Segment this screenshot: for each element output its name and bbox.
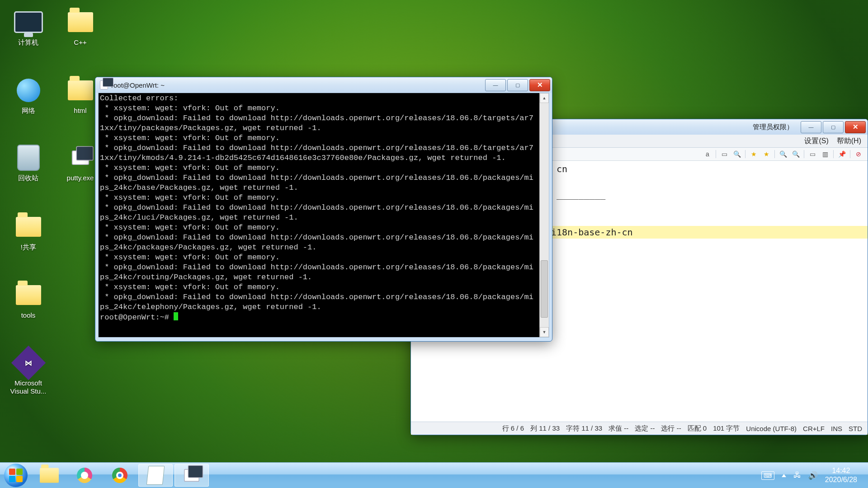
desktop-icon-visual-studio[interactable]: ⋈ Microsoft Visual Stu... bbox=[5, 348, 52, 395]
desktop-background[interactable]: 计算机 C++ 网络 html 回收站 putty.exe !共享 tools … bbox=[0, 0, 868, 488]
toolbar-pin-icon[interactable]: 📌 bbox=[837, 150, 846, 159]
putty-title: root@OpenWrt: ~ bbox=[111, 81, 485, 89]
status-match: 匹配 0 bbox=[688, 424, 707, 433]
desktop-icon-label: 回收站 bbox=[5, 174, 52, 182]
toolbar-search-icon[interactable]: 🔍 bbox=[732, 150, 741, 159]
tray-network-icon[interactable]: 🖧 bbox=[793, 471, 801, 480]
minimize-button[interactable]: — bbox=[801, 121, 821, 133]
chrome-icon bbox=[112, 468, 127, 483]
maximize-button[interactable]: ▢ bbox=[823, 121, 844, 133]
recycle-bin-icon bbox=[14, 143, 43, 172]
status-encoding: Unicode (UTF-8) bbox=[746, 425, 797, 432]
start-button[interactable] bbox=[0, 463, 32, 488]
close-button[interactable]: ✕ bbox=[529, 79, 550, 91]
desktop-icon-cpp[interactable]: C++ bbox=[57, 8, 104, 47]
toolbar-window-icon[interactable]: ▭ bbox=[808, 150, 817, 159]
tray-date: 2020/6/28 bbox=[825, 475, 857, 484]
globe-icon bbox=[14, 76, 43, 105]
desktop-icon-tools[interactable]: tools bbox=[5, 281, 52, 319]
menu-help[interactable]: 帮助(H) bbox=[837, 136, 861, 146]
desktop-icon-label: 网络 bbox=[5, 107, 52, 115]
scrollbar[interactable]: ▲ ▼ bbox=[539, 93, 549, 337]
status-std: STD bbox=[849, 425, 862, 432]
status-ins: INS bbox=[831, 425, 842, 432]
taskbar-chrome[interactable] bbox=[103, 465, 137, 486]
status-lines: 选行 -- bbox=[661, 424, 681, 433]
folder-icon bbox=[66, 8, 95, 37]
tray-show-hidden-icon[interactable] bbox=[782, 474, 786, 477]
putty-icon bbox=[66, 143, 95, 172]
toolbar-columns-icon[interactable]: ▥ bbox=[821, 150, 830, 159]
status-sum: 求值 -- bbox=[609, 424, 628, 433]
putty-titlebar[interactable]: root@OpenWrt: ~ — ▢ ✕ bbox=[95, 77, 552, 93]
status-sel: 选定 -- bbox=[635, 424, 655, 433]
status-eol: CR+LF bbox=[803, 425, 825, 432]
tray-clock[interactable]: 14:42 2020/6/28 bbox=[825, 466, 857, 484]
system-tray[interactable]: ⌨ 🖧 🔊 14:42 2020/6/28 bbox=[761, 466, 864, 484]
folder-icon bbox=[14, 281, 43, 310]
toolbar-star-icon[interactable]: ★ bbox=[749, 150, 758, 159]
scrollbar-thumb[interactable] bbox=[541, 260, 548, 318]
taskbar-editor[interactable] bbox=[138, 464, 173, 487]
toolbar-zoom-out-icon[interactable]: 🔍 bbox=[791, 150, 800, 159]
toolbar-box-icon[interactable]: ▭ bbox=[720, 150, 729, 159]
explorer-icon bbox=[40, 468, 59, 483]
desktop-icon-label: !共享 bbox=[5, 243, 52, 251]
scroll-up-button[interactable]: ▲ bbox=[540, 93, 549, 103]
visual-studio-icon: ⋈ bbox=[14, 348, 43, 377]
minimize-button[interactable]: — bbox=[485, 79, 506, 91]
taskbar[interactable]: ⌨ 🖧 🔊 14:42 2020/6/28 bbox=[0, 462, 868, 488]
status-row: 行 6 / 6 bbox=[502, 424, 524, 433]
menu-settings[interactable]: 设置(S) bbox=[804, 136, 828, 146]
desktop-icon-label: tools bbox=[5, 311, 52, 319]
putty-icon bbox=[100, 81, 108, 89]
status-char: 字符 11 / 33 bbox=[566, 424, 602, 433]
scroll-down-button[interactable]: ▼ bbox=[540, 327, 549, 337]
folder-icon bbox=[66, 76, 95, 105]
folder-icon bbox=[14, 212, 43, 241]
terminal-output[interactable]: Collected errors: * xsystem: wget: vfork… bbox=[99, 93, 539, 337]
putty-window[interactable]: root@OpenWrt: ~ — ▢ ✕ Collected errors: … bbox=[95, 77, 552, 342]
toolbar-letter-icon[interactable]: a bbox=[703, 150, 712, 159]
toolbar-star-icon[interactable]: ★ bbox=[762, 150, 771, 159]
editor-statusbar: 行 6 / 6 列 11 / 33 字符 11 / 33 求值 -- 选定 --… bbox=[411, 422, 868, 435]
desktop-icon-computer[interactable]: 计算机 bbox=[5, 8, 52, 47]
desktop-icon-recycle-bin[interactable]: 回收站 bbox=[5, 143, 52, 182]
computer-icon bbox=[14, 8, 43, 37]
tray-ime-icon[interactable]: ⌨ bbox=[761, 471, 774, 480]
taskbar-browser-alt[interactable] bbox=[68, 465, 101, 486]
putty-icon bbox=[184, 469, 199, 482]
desktop-icon-label: C++ bbox=[57, 38, 104, 47]
tray-volume-icon[interactable]: 🔊 bbox=[808, 471, 818, 480]
toolbar-cancel-icon[interactable]: ⊘ bbox=[854, 150, 863, 159]
windows-logo-icon bbox=[4, 464, 28, 487]
close-button[interactable]: ✕ bbox=[845, 121, 866, 133]
maximize-button[interactable]: ▢ bbox=[507, 79, 528, 91]
desktop-icon-share[interactable]: !共享 bbox=[5, 212, 52, 251]
status-col: 列 11 / 33 bbox=[530, 424, 560, 433]
desktop-icon-label: Microsoft Visual Stu... bbox=[5, 379, 52, 395]
desktop-icon-network[interactable]: 网络 bbox=[5, 76, 52, 115]
desktop-icon-label: 计算机 bbox=[5, 38, 52, 47]
browser-icon bbox=[77, 468, 92, 483]
taskbar-putty[interactable] bbox=[175, 464, 209, 487]
editor-icon bbox=[146, 466, 165, 485]
taskbar-explorer[interactable] bbox=[33, 465, 66, 486]
tray-time: 14:42 bbox=[825, 466, 857, 475]
status-bytes: 101 字节 bbox=[713, 424, 740, 433]
toolbar-zoom-in-icon[interactable]: 🔍 bbox=[778, 150, 788, 159]
